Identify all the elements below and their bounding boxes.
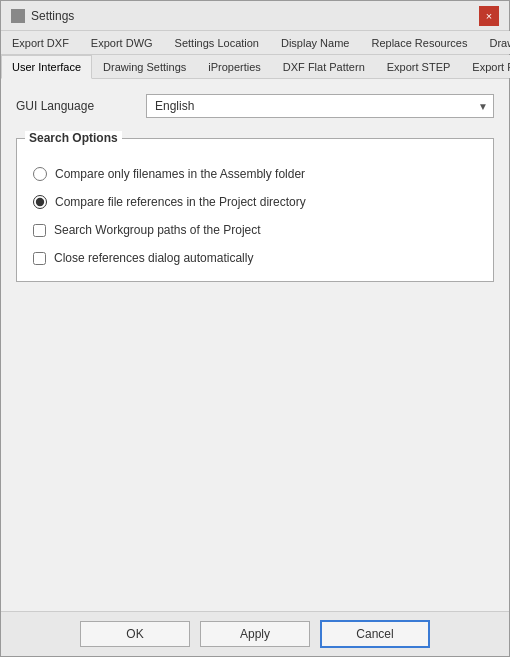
radio-option-references: Compare file references in the Project d… [33,195,477,209]
tab-drawing-settings[interactable]: Drawing Settings [92,55,197,78]
cancel-button[interactable]: Cancel [320,620,430,648]
tabs-row1: Export DXF Export DWG Settings Location … [1,31,509,55]
content-area: GUI Language English German French Spani… [1,79,509,611]
gui-language-row: GUI Language English German French Spani… [16,94,494,118]
tabs-row2: User Interface Drawing Settings iPropert… [1,55,509,79]
checkbox-workgroup-label[interactable]: Search Workgroup paths of the Project [54,223,261,237]
tab-dxf-flat-pattern[interactable]: DXF Flat Pattern [272,55,376,78]
checkbox-workgroup: Search Workgroup paths of the Project [33,223,477,237]
window-title: Settings [31,9,74,23]
tab-export-step[interactable]: Export STEP [376,55,462,78]
gui-language-select[interactable]: English German French Spanish Italian [146,94,494,118]
gui-language-dropdown-wrapper: English German French Spanish Italian ▼ [146,94,494,118]
checkbox-close-dialog: Close references dialog automatically [33,251,477,265]
gui-language-label: GUI Language [16,99,146,113]
checkbox-close-dialog-input[interactable] [33,252,46,265]
apply-button[interactable]: Apply [200,621,310,647]
tab-export-pdf[interactable]: Export PDF [461,55,510,78]
close-button[interactable]: × [479,6,499,26]
radio-option-filenames: Compare only filenames in the Assembly f… [33,167,477,181]
checkbox-close-dialog-label[interactable]: Close references dialog automatically [54,251,253,265]
settings-window: Settings × Export DXF Export DWG Setting… [0,0,510,657]
tab-user-interface[interactable]: User Interface [1,55,92,79]
tab-display-name[interactable]: Display Name [270,31,360,54]
tab-settings-location[interactable]: Settings Location [164,31,270,54]
radio-filenames-input[interactable] [33,167,47,181]
ok-button[interactable]: OK [80,621,190,647]
radio-references-label[interactable]: Compare file references in the Project d… [55,195,306,209]
checkbox-workgroup-input[interactable] [33,224,46,237]
tab-iproperties[interactable]: iProperties [197,55,272,78]
search-options-group: Search Options Compare only filenames in… [16,138,494,282]
tab-export-dwg[interactable]: Export DWG [80,31,164,54]
title-bar: Settings × [1,1,509,31]
app-icon [11,9,25,23]
tab-export-dxf[interactable]: Export DXF [1,31,80,54]
tab-replace-resources[interactable]: Replace Resources [360,31,478,54]
search-options-title: Search Options [25,131,122,145]
radio-references-input[interactable] [33,195,47,209]
bottom-bar: OK Apply Cancel [1,611,509,656]
tab-drawing-functions[interactable]: Drawing functions [478,31,510,54]
radio-filenames-label[interactable]: Compare only filenames in the Assembly f… [55,167,305,181]
